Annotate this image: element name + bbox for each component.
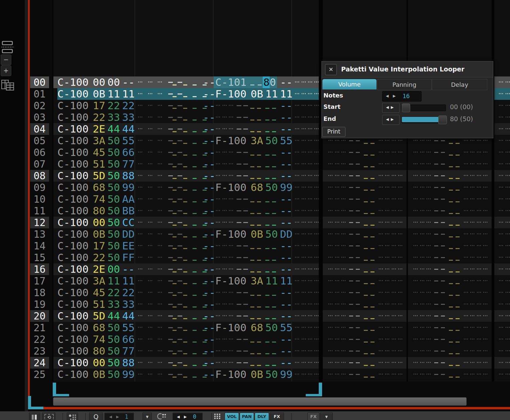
pattern-cell-note[interactable]: C-100 <box>57 135 94 147</box>
pattern-cell-note[interactable]: C-100 <box>57 217 94 228</box>
pattern-cell-fx-empty[interactable]: -- <box>203 240 240 252</box>
notes-increment-icon[interactable]: ▶ <box>393 91 396 101</box>
pattern-cell-fx-empty[interactable]: -- <box>203 100 240 112</box>
tab-volume[interactable]: Volume <box>322 79 376 89</box>
pattern-row-number[interactable]: 21 <box>30 322 49 334</box>
pattern-row-number[interactable]: 11 <box>30 205 49 217</box>
pattern-cell-note[interactable]: F-100 <box>215 228 252 240</box>
pattern-row-number[interactable]: 17 <box>30 275 49 287</box>
quantize-value[interactable]: 1 <box>125 413 128 420</box>
tab-delay[interactable]: Delay <box>432 79 487 90</box>
pattern-cell-note[interactable]: C-100 <box>57 263 94 275</box>
end-stepper[interactable]: ◀▶ <box>382 115 400 125</box>
pattern-row-number[interactable]: 24 <box>30 357 49 369</box>
pattern-cell-fx-empty[interactable]: -- <box>203 357 240 369</box>
pattern-row-number[interactable]: 08 <box>30 170 49 182</box>
pattern-cell-note[interactable]: C-100 <box>57 322 94 334</box>
quantize-stepper[interactable]: ◀ ▶ 1 <box>104 412 134 420</box>
pattern-row-number[interactable]: 05 <box>30 135 49 147</box>
pattern-cell-fx-empty[interactable]: -- <box>203 217 240 228</box>
pattern-cell-note[interactable]: C-100 <box>57 193 94 205</box>
pattern-cell-note[interactable]: C-100 <box>57 298 94 310</box>
pattern-cell-note[interactable]: C-100 <box>57 252 94 263</box>
pattern-cell-note[interactable]: C-100 <box>57 158 94 170</box>
pattern-cell-note[interactable]: C-100 <box>57 170 94 182</box>
end-decrement-icon[interactable]: ◀ <box>386 117 391 122</box>
start-stepper[interactable]: ◀▶ <box>382 103 400 113</box>
pattern-row-number[interactable]: 20 <box>30 310 49 322</box>
pattern-cell-note[interactable]: F-100 <box>215 135 252 147</box>
pattern-row-number[interactable]: 07 <box>30 158 49 170</box>
pattern-follow-button[interactable] <box>29 412 40 420</box>
pattern-cell-note[interactable]: C-100 <box>57 100 94 112</box>
pattern-row-number[interactable]: 04 <box>30 123 49 135</box>
pattern-cell-note[interactable]: C-100 <box>57 147 94 158</box>
start-increment-icon[interactable]: ▶ <box>391 105 396 110</box>
close-icon[interactable]: ✕ <box>325 64 337 75</box>
pattern-cell-note[interactable]: F-100 <box>215 88 252 100</box>
pattern-cell-note[interactable]: C-100 <box>57 182 94 193</box>
pattern-cell-note[interactable]: C-100 <box>57 205 94 217</box>
pattern-row-number[interactable]: 19 <box>30 298 49 310</box>
pattern-cell-note[interactable]: C-100 <box>57 275 94 287</box>
pattern-cell-fx-empty[interactable]: -- <box>203 252 240 263</box>
pattern-cell-note[interactable]: C-101 <box>215 76 252 88</box>
toggle-delay-column[interactable]: DLY <box>255 412 269 420</box>
pattern-row-number[interactable]: 15 <box>30 252 49 263</box>
toggle-fx-column[interactable]: FX <box>270 412 284 420</box>
pattern-cell-note[interactable]: F-100 <box>215 182 252 193</box>
pattern-cell-fx-empty[interactable]: -- <box>203 158 240 170</box>
zoom-in-button[interactable]: + <box>1 65 11 76</box>
zoom-out-button[interactable]: − <box>1 54 11 65</box>
edit-step-value[interactable]: 0 <box>193 413 196 420</box>
pattern-cell-note[interactable]: C-100 <box>57 88 94 100</box>
clone-pattern-icon[interactable] <box>1 79 15 93</box>
pattern-cell-note[interactable]: C-100 <box>57 334 94 345</box>
pattern-row-number[interactable]: 25 <box>30 369 49 380</box>
notes-decrement-icon[interactable]: ◀ <box>386 91 389 101</box>
pattern-cell-note[interactable]: C-100 <box>57 76 94 88</box>
pattern-cell-fx-empty[interactable]: -- <box>203 298 240 310</box>
quantize-dropdown-button[interactable]: ▼ <box>143 412 152 420</box>
pattern-row-number[interactable]: 23 <box>30 345 49 357</box>
edit-step-increment-icon[interactable]: ▶ <box>184 413 187 420</box>
record-quantize-button[interactable]: Q <box>89 412 103 420</box>
toggle-volume-column[interactable]: VOL <box>225 412 239 420</box>
print-button[interactable]: Print <box>322 127 345 137</box>
h-scrollbar-thumb[interactable] <box>53 397 467 406</box>
end-increment-icon[interactable]: ▶ <box>391 117 396 122</box>
pattern-cell-note[interactable]: C-100 <box>57 310 94 322</box>
pattern-cell-note[interactable]: F-100 <box>215 275 252 287</box>
pattern-cell-fx-empty[interactable]: -- <box>203 345 240 357</box>
pattern-row-number[interactable]: 22 <box>30 334 49 345</box>
pattern-cell-fx-empty[interactable]: -- <box>203 287 240 298</box>
pattern-cell-note[interactable]: C-100 <box>57 369 94 380</box>
toggle-panning-column[interactable]: PAN <box>240 412 254 420</box>
pattern-row-number[interactable]: 14 <box>30 240 49 252</box>
start-slider-handle[interactable] <box>402 103 410 112</box>
pattern-cell-note[interactable]: C-100 <box>57 228 94 240</box>
pattern-cell-note[interactable]: F-100 <box>215 322 252 334</box>
pattern-cell-note[interactable]: C-100 <box>57 123 94 135</box>
edit-step-stepper[interactable]: ◀ ▶ 0 <box>173 412 203 420</box>
pattern-row-number[interactable]: 09 <box>30 182 49 193</box>
pattern-cell-fx-empty[interactable]: -- <box>203 334 240 345</box>
pattern-cell-fx-empty[interactable]: -- <box>203 170 240 182</box>
pattern-row-number[interactable]: 01 <box>30 88 49 100</box>
pattern-row-number[interactable]: 18 <box>30 287 49 298</box>
pattern-cell-fx-empty[interactable]: -- <box>203 112 240 123</box>
notes-value[interactable]: 16 <box>403 91 410 101</box>
pattern-row-number[interactable]: 13 <box>30 228 49 240</box>
pattern-cell-fx-empty[interactable]: -- <box>203 310 240 322</box>
edit-step-decrement-icon[interactable]: ◀ <box>177 413 180 420</box>
pattern-cell-fx-empty[interactable]: -- <box>203 263 240 275</box>
pattern-row-number[interactable]: 10 <box>30 193 49 205</box>
pattern-cell-fx-empty[interactable]: -- <box>203 205 240 217</box>
quantize-decrement-icon[interactable]: ◀ <box>109 413 112 420</box>
pattern-cell-fx-empty[interactable]: -- <box>203 123 240 135</box>
loop-record-button[interactable]: ⟲ <box>42 412 55 420</box>
quantize-increment-icon[interactable]: ▶ <box>116 413 119 420</box>
fx-columns-button[interactable]: FX <box>307 412 319 420</box>
pattern-row-number[interactable]: 02 <box>30 100 49 112</box>
pattern-cell-note[interactable]: C-100 <box>57 345 94 357</box>
